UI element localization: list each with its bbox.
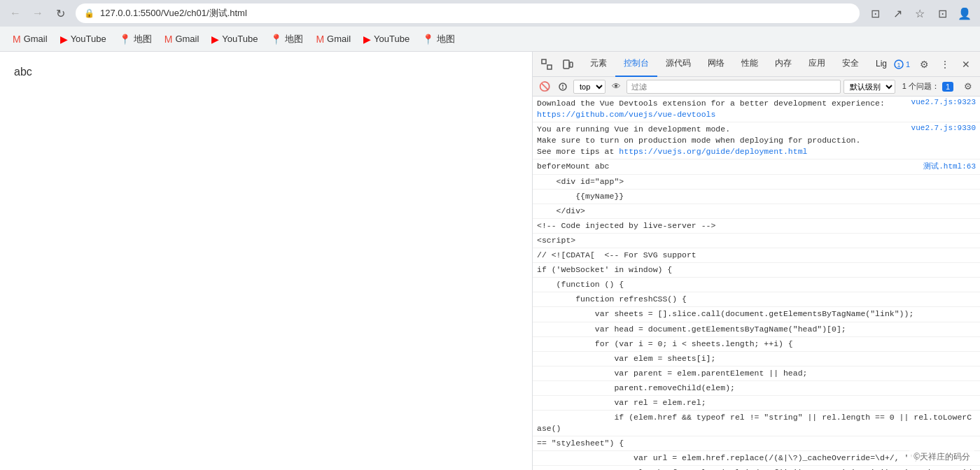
console-line-code-4: <!-- Code injected by live-server --> (533, 219, 980, 234)
code-text-9: function refreshCSS() { (537, 294, 976, 305)
vertical-dots-button[interactable]: ⋮ (935, 55, 955, 74)
main-content: abc 元素 控制台 源代码 网络 性能 (0, 52, 980, 470)
youtube-icon-2: ▶ (211, 34, 219, 45)
bookmark-label-yt-2: YouTube (222, 34, 258, 44)
filter-input[interactable] (626, 80, 841, 94)
tab-lighthouse[interactable]: Lighthouse (867, 52, 887, 77)
maps-icon-3: 📍 (422, 34, 434, 45)
console-line-code-1: <div id="app"> (533, 175, 980, 190)
devtools-panel: 元素 控制台 源代码 网络 性能 内存 应用 安全 Lighthouse » 1… (532, 52, 980, 470)
tab-security[interactable]: 安全 (834, 52, 867, 77)
bookmark-yt-3[interactable]: ▶ YouTube (358, 31, 415, 48)
vue-deployment-link[interactable]: https://vuejs.org/guide/deployment.html (619, 147, 807, 156)
console-line-code-9: function refreshCSS() { (533, 292, 980, 307)
forward-button[interactable]: → (28, 3, 48, 23)
bookmark-button[interactable]: ☆ (910, 3, 930, 23)
issues-button[interactable]: 1 1 (891, 55, 913, 74)
bookmark-label-yt-3: YouTube (374, 34, 410, 44)
close-devtools-button[interactable]: ✕ (956, 55, 976, 74)
code-text-7: if ('WebSocket' in window) { (537, 264, 976, 276)
gmail-icon-1: M (13, 34, 21, 45)
browser-frame: ← → ↻ 🔒 127.0.0.1:5500/Vue2/ch01/测试.html… (0, 0, 980, 470)
bookmark-label-gmail-2: Gmail (175, 34, 199, 44)
code-text-14: var parent = elem.parentElement || head; (537, 368, 976, 379)
svg-point-8 (562, 87, 564, 89)
bookmark-gmail-3[interactable]: M Gmail (310, 31, 356, 48)
console-source-3[interactable]: 测试.html:63 (923, 161, 976, 171)
console-line-devtools: Download the Vue Devtools extension for … (533, 97, 980, 122)
tab-sources[interactable]: 源代码 (657, 52, 699, 77)
profile-button[interactable]: 👤 (955, 3, 974, 23)
code-text-1: <div id="app"> (537, 176, 976, 187)
eye-button[interactable]: 👁 (608, 79, 624, 94)
code-text-17: if (elem.href && typeof rel != "string" … (537, 412, 976, 434)
console-line-code-20: elem.href = url + (url.indexOf('?') >= 0… (533, 466, 980, 470)
console-beforemount-text: beforeMount abc (537, 161, 916, 172)
bookmark-label-gmail-3: Gmail (327, 34, 351, 44)
preserve-log-button[interactable] (555, 79, 570, 94)
bookmark-gmail-2[interactable]: M Gmail (159, 31, 205, 48)
tab-memory[interactable]: 内存 (766, 52, 800, 77)
code-text-6: // <![CDATA[ <-- For SVG support (537, 250, 976, 261)
nav-buttons: ← → ↻ (6, 3, 70, 23)
bookmark-label-yt-1: YouTube (71, 34, 106, 44)
svg-rect-2 (564, 60, 569, 69)
maps-icon-1: 📍 (119, 34, 131, 45)
context-select[interactable]: top (573, 80, 606, 94)
code-text-20: elem.href = url + (url.indexOf('?') >= 0… (537, 467, 976, 470)
console-source-1[interactable]: vue2.7.js:9323 (911, 98, 976, 106)
code-text-8: (function () { (537, 279, 976, 290)
console-line-code-15: parent.removeChild(elem); (533, 381, 980, 396)
inspect-element-button[interactable] (537, 55, 556, 74)
window-toggle-button[interactable]: ⊡ (932, 3, 952, 23)
tab-network[interactable]: 网络 (699, 52, 733, 77)
console-line-code-6: // <![CDATA[ <-- For SVG support (533, 248, 980, 263)
back-button[interactable]: ← (6, 3, 25, 23)
gmail-icon-3: M (316, 34, 324, 45)
bookmark-yt-2[interactable]: ▶ YouTube (206, 31, 263, 48)
bookmark-maps-3[interactable]: 📍 地图 (416, 30, 461, 48)
bookmark-maps-2[interactable]: 📍 地图 (265, 30, 309, 48)
issues-count-label: 1 (906, 60, 910, 69)
bookmark-label-maps-1: 地图 (134, 33, 152, 45)
console-line-code-8: (function () { (533, 278, 980, 292)
devtools-tabs: 元素 控制台 源代码 网络 性能 内存 应用 安全 Lighthouse » (582, 52, 887, 77)
bookmark-maps-1[interactable]: 📍 地图 (113, 30, 158, 48)
bookmarks-bar: M Gmail ▶ YouTube 📍 地图 M Gmail ▶ YouTube… (0, 27, 980, 52)
svg-rect-3 (570, 62, 573, 67)
console-line-code-13: var elem = sheets[i]; (533, 352, 980, 366)
browser-actions: ⊡ ↗ ☆ ⊡ 👤 (865, 3, 974, 23)
youtube-icon-3: ▶ (363, 34, 371, 45)
issues-summary: 1 个问题： 1 (898, 81, 958, 92)
tab-performance[interactable]: 性能 (733, 52, 766, 77)
console-settings-button[interactable]: ⚙ (960, 79, 976, 94)
devtools-toolbar: 元素 控制台 源代码 网络 性能 内存 应用 安全 Lighthouse » 1… (533, 52, 980, 77)
console-output[interactable]: Download the Vue Devtools extension for … (533, 97, 980, 470)
bookmark-gmail-1[interactable]: M Gmail (7, 31, 53, 48)
address-bar[interactable]: 🔒 127.0.0.1:5500/Vue2/ch01/测试.html (76, 3, 860, 23)
console-devmode-text: You are running Vue in development mode.… (537, 124, 904, 157)
vue-devtools-link[interactable]: https://github.com/vuejs/vue-devtools (537, 110, 715, 119)
bookmark-label-maps-2: 地图 (285, 33, 303, 45)
maps-icon-2: 📍 (270, 34, 282, 45)
console-line-code-2: {{myName}} (533, 190, 980, 204)
level-select[interactable]: 默认级别 (844, 80, 895, 94)
settings-button[interactable]: ⚙ (914, 55, 934, 74)
console-devtools-text: Download the Vue Devtools extension for … (537, 98, 904, 120)
code-text-18: == "stylesheet") { (537, 438, 976, 449)
tab-elements[interactable]: 元素 (582, 52, 615, 77)
bookmark-yt-1[interactable]: ▶ YouTube (55, 31, 112, 48)
clear-console-button[interactable]: 🚫 (537, 79, 552, 94)
code-text-2: {{myName}} (537, 191, 976, 202)
code-text-4: <!-- Code injected by live-server --> (537, 220, 976, 232)
cast-button[interactable]: ⊡ (865, 3, 885, 23)
device-toolbar-button[interactable] (558, 55, 578, 74)
console-source-2[interactable]: vue2.7.js:9330 (911, 124, 976, 132)
youtube-icon-1: ▶ (60, 34, 68, 45)
tab-console[interactable]: 控制台 (615, 52, 657, 77)
console-toolbar: 🚫 top 👁 默认级别 1 个问题： 1 ⚙ (533, 77, 980, 97)
svg-rect-0 (542, 59, 546, 64)
reload-button[interactable]: ↻ (50, 3, 70, 23)
tab-application[interactable]: 应用 (800, 52, 834, 77)
screenshot-button[interactable]: ↗ (888, 3, 907, 23)
